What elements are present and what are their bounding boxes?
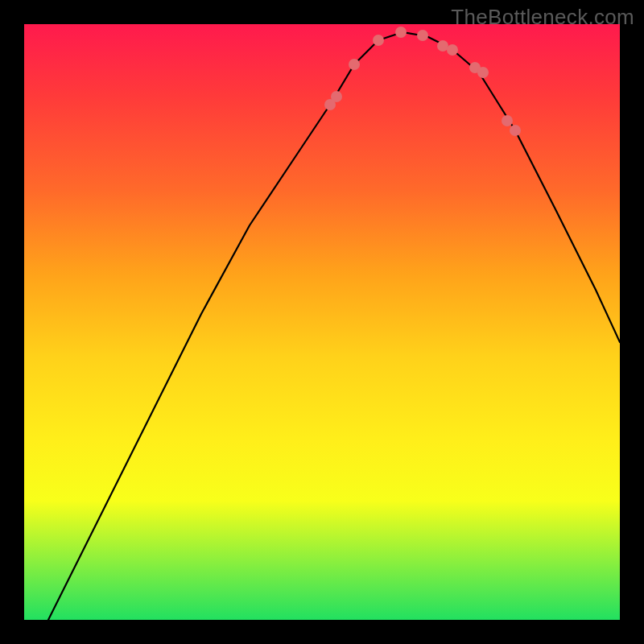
highlight-points: [324, 27, 521, 136]
chart-svg: [24, 24, 620, 620]
highlight-point: [373, 35, 384, 46]
highlight-point: [437, 40, 448, 52]
highlight-point: [477, 67, 489, 78]
highlight-point: [331, 91, 342, 102]
highlight-point: [447, 44, 458, 56]
highlight-point: [502, 115, 513, 126]
highlight-point: [510, 125, 521, 136]
highlight-point: [417, 30, 428, 41]
bottleneck-curve: [48, 32, 620, 620]
highlight-point: [395, 27, 407, 38]
chart-frame: TheBottleneck.com: [0, 0, 644, 644]
plot-area: [24, 24, 620, 620]
highlight-point: [349, 59, 360, 70]
